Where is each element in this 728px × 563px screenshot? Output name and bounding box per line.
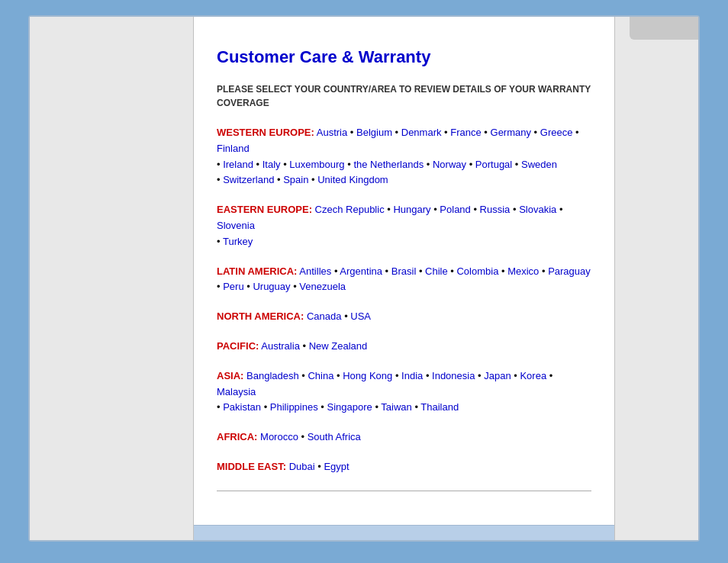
country-link[interactable]: Portugal: [475, 159, 512, 170]
region-label-africa: AFRICA:: [217, 431, 257, 442]
region-eastern-europe: EASTERN EUROPE: Czech Republic • Hungary…: [217, 202, 591, 249]
country-link[interactable]: Slovenia: [217, 220, 255, 231]
outer-container: Customer Care & Warranty PLEASE SELECT Y…: [28, 15, 700, 542]
country-link[interactable]: Chile: [425, 265, 448, 277]
country-link[interactable]: India: [401, 370, 423, 381]
country-link[interactable]: Belgium: [356, 127, 392, 138]
regions-container: WESTERN EUROPE: Austria • Belgium • Denm…: [217, 125, 591, 475]
country-link[interactable]: Denmark: [401, 127, 442, 138]
country-link[interactable]: Australia: [261, 340, 300, 352]
country-link[interactable]: Mexico: [507, 265, 539, 277]
country-link[interactable]: United Kingdom: [317, 174, 388, 185]
region-label-north-america: NORTH AMERICA:: [217, 310, 304, 322]
country-link[interactable]: Poland: [440, 204, 470, 215]
country-link[interactable]: the Netherlands: [353, 159, 424, 170]
country-link[interactable]: Slovakia: [519, 204, 556, 215]
country-link[interactable]: Czech Republic: [315, 204, 385, 215]
country-link[interactable]: Bangladesh: [246, 370, 299, 381]
right-panel: [614, 17, 698, 540]
region-africa: AFRICA: Morocco • South Africa: [217, 429, 591, 446]
country-link[interactable]: Japan: [484, 370, 511, 381]
country-link[interactable]: Ireland: [223, 159, 253, 170]
country-link[interactable]: Peru: [223, 281, 243, 292]
country-link[interactable]: France: [450, 127, 481, 138]
country-link[interactable]: Paraguay: [548, 265, 591, 277]
region-asia: ASIA: Bangladesh • China • Hong Kong • I…: [217, 368, 591, 416]
region-pacific: PACIFIC: Australia • New Zealand: [217, 339, 591, 355]
country-link[interactable]: Hungary: [393, 204, 430, 215]
country-link[interactable]: New Zealand: [309, 340, 368, 352]
country-link[interactable]: Sweden: [521, 159, 557, 170]
subtitle: PLEASE SELECT YOUR COUNTRY/AREA TO REVIE…: [217, 82, 591, 110]
region-middle-east: MIDDLE EAST: Dubai • Egypt: [217, 459, 591, 475]
page-title: Customer Care & Warranty: [217, 47, 591, 67]
country-link[interactable]: Venezuela: [299, 281, 346, 292]
country-link[interactable]: Luxembourg: [289, 159, 344, 170]
country-link[interactable]: Philippines: [270, 401, 318, 413]
country-link[interactable]: Indonesia: [432, 370, 475, 381]
region-latin-america: LATIN AMERICA: Antilles • Argentina • Br…: [217, 264, 591, 296]
country-link[interactable]: Taiwan: [381, 401, 411, 413]
country-link[interactable]: Hong Kong: [343, 370, 392, 381]
country-link[interactable]: Greece: [540, 127, 573, 138]
country-link[interactable]: Switzerland: [223, 174, 274, 185]
country-link[interactable]: China: [308, 370, 333, 381]
bottom-bar: [194, 525, 614, 540]
region-western-europe: WESTERN EUROPE: Austria • Belgium • Denm…: [217, 125, 591, 188]
country-link[interactable]: Uruguay: [253, 281, 290, 292]
country-link[interactable]: Brasil: [391, 265, 417, 277]
country-link[interactable]: Finland: [217, 143, 250, 154]
country-link[interactable]: Austria: [317, 127, 347, 138]
separator: [217, 491, 591, 491]
region-label-pacific: PACIFIC:: [217, 340, 259, 352]
region-label-latin-america: LATIN AMERICA:: [217, 265, 297, 277]
region-label-middle-east: MIDDLE EAST:: [217, 461, 286, 472]
country-link[interactable]: Morocco: [260, 431, 298, 442]
region-label-eastern-europe: EASTERN EUROPE:: [217, 204, 312, 215]
country-link[interactable]: Canada: [307, 310, 342, 322]
country-link[interactable]: Singapore: [327, 401, 372, 413]
country-link[interactable]: Colombia: [456, 265, 498, 277]
country-link[interactable]: Italy: [263, 159, 281, 170]
left-panel: [30, 17, 194, 540]
country-link[interactable]: Thailand: [420, 401, 459, 413]
country-link[interactable]: South Africa: [308, 431, 361, 442]
country-link[interactable]: Antilles: [299, 265, 331, 277]
main-content: Customer Care & Warranty PLEASE SELECT Y…: [194, 17, 614, 525]
country-link[interactable]: USA: [350, 310, 371, 322]
region-label-asia: ASIA:: [217, 370, 243, 381]
country-link[interactable]: Korea: [520, 370, 546, 381]
country-link[interactable]: Egypt: [324, 461, 349, 472]
country-link[interactable]: Russia: [480, 204, 511, 215]
right-panel-notch: [630, 17, 698, 40]
country-link[interactable]: Germany: [491, 127, 531, 138]
region-north-america: NORTH AMERICA: Canada • USA: [217, 309, 591, 325]
country-link[interactable]: Norway: [433, 159, 466, 170]
country-link[interactable]: Turkey: [223, 236, 253, 247]
region-label-western-europe: WESTERN EUROPE:: [217, 127, 314, 138]
country-link[interactable]: Spain: [283, 174, 308, 185]
country-link[interactable]: Pakistan: [223, 401, 261, 413]
country-link[interactable]: Dubai: [289, 461, 315, 472]
country-link[interactable]: Argentina: [340, 265, 382, 277]
country-link[interactable]: Malaysia: [217, 386, 256, 397]
